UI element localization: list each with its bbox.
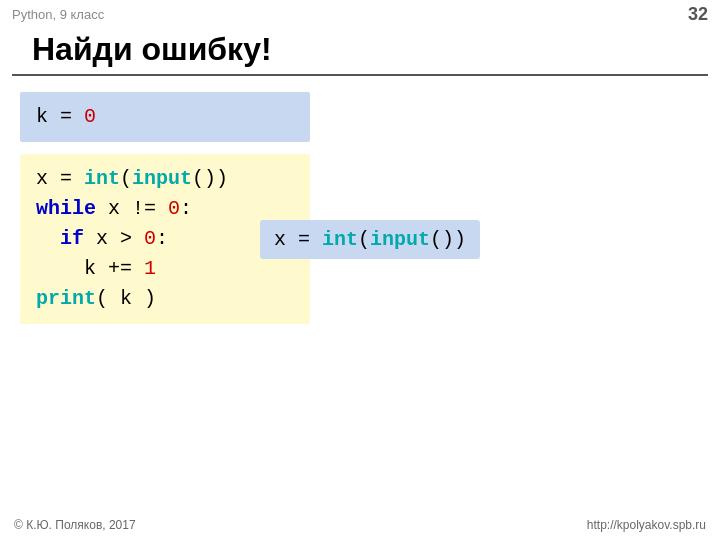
code-line-2-1: x = int(input()) — [36, 164, 294, 194]
header: Python, 9 класс 32 — [0, 0, 720, 27]
answer-box: x = int(input()) — [260, 220, 480, 259]
page-title: Найди ошибку! — [12, 27, 708, 76]
code-line-2-3: if x > 0: — [36, 224, 294, 254]
code-line-2-2: while x != 0: — [36, 194, 294, 224]
slide-number: 32 — [688, 4, 708, 25]
header-title: Python, 9 класс — [12, 7, 104, 22]
footer-right: http://kpolyakov.spb.ru — [587, 518, 706, 532]
code-line-2-4: k += 1 — [36, 254, 294, 284]
code-line-2-5: print( k ) — [36, 284, 294, 314]
footer-left: © К.Ю. Поляков, 2017 — [14, 518, 136, 532]
code-block-1: k = 0 — [20, 92, 310, 142]
footer: © К.Ю. Поляков, 2017 http://kpolyakov.sp… — [0, 518, 720, 532]
code-line-1: k = 0 — [36, 102, 294, 132]
